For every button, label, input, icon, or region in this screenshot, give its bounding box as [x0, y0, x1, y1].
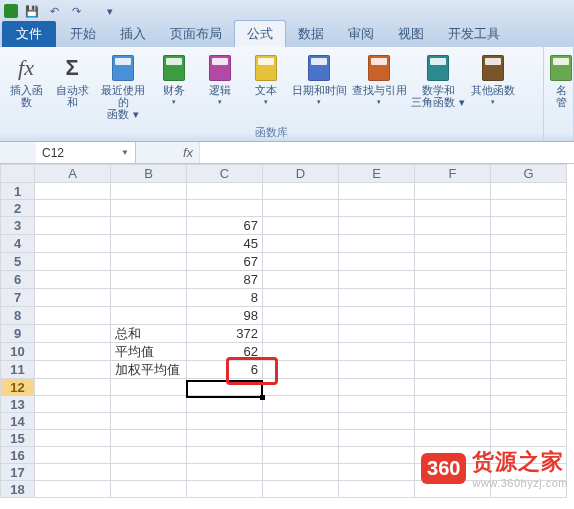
cell-C14[interactable]: [187, 413, 263, 430]
cell-A12[interactable]: [35, 379, 111, 396]
qat-customize-icon[interactable]: ▾: [102, 3, 118, 19]
cell-C15[interactable]: [187, 430, 263, 447]
cell-B10[interactable]: 平均值: [111, 343, 187, 361]
cell-B9[interactable]: 总和: [111, 325, 187, 343]
row-header-2[interactable]: 2: [1, 200, 35, 217]
cell-A2[interactable]: [35, 200, 111, 217]
cell-G7[interactable]: [491, 289, 567, 307]
cell-G2[interactable]: [491, 200, 567, 217]
name-box-dropdown-icon[interactable]: ▼: [121, 148, 129, 157]
cell-E16[interactable]: [339, 447, 415, 464]
name-manager-button[interactable]: 名 管: [548, 51, 574, 111]
cell-F5[interactable]: [415, 253, 491, 271]
cell-C13[interactable]: [187, 396, 263, 413]
cell-E6[interactable]: [339, 271, 415, 289]
cell-A13[interactable]: [35, 396, 111, 413]
cell-G9[interactable]: [491, 325, 567, 343]
cell-D14[interactable]: [263, 413, 339, 430]
cell-D4[interactable]: [263, 235, 339, 253]
cell-A8[interactable]: [35, 307, 111, 325]
cell-A3[interactable]: [35, 217, 111, 235]
save-icon[interactable]: 💾: [24, 3, 40, 19]
tab-formulas[interactable]: 公式: [234, 20, 286, 47]
cell-D15[interactable]: [263, 430, 339, 447]
row-header-10[interactable]: 10: [1, 343, 35, 361]
cell-C17[interactable]: [187, 464, 263, 481]
cell-B12[interactable]: [111, 379, 187, 396]
tab-data[interactable]: 数据: [286, 21, 336, 47]
cell-E17[interactable]: [339, 464, 415, 481]
lookup-button[interactable]: 查找与引用 ▾: [350, 51, 408, 109]
cell-F16[interactable]: [415, 447, 491, 464]
cell-A15[interactable]: [35, 430, 111, 447]
row-header-15[interactable]: 15: [1, 430, 35, 447]
cell-G17[interactable]: [491, 464, 567, 481]
cell-B7[interactable]: [111, 289, 187, 307]
row-header-1[interactable]: 1: [1, 183, 35, 200]
cell-B16[interactable]: [111, 447, 187, 464]
cell-A10[interactable]: [35, 343, 111, 361]
cell-F1[interactable]: [415, 183, 491, 200]
row-header-17[interactable]: 17: [1, 464, 35, 481]
cell-C5[interactable]: 67: [187, 253, 263, 271]
tab-insert[interactable]: 插入: [108, 21, 158, 47]
cell-D2[interactable]: [263, 200, 339, 217]
cell-B2[interactable]: [111, 200, 187, 217]
cell-C16[interactable]: [187, 447, 263, 464]
row-header-11[interactable]: 11: [1, 361, 35, 379]
math-button[interactable]: 数学和 三角函数 ▾: [410, 51, 466, 111]
col-header-B[interactable]: B: [111, 165, 187, 183]
cell-B18[interactable]: [111, 481, 187, 498]
cell-G8[interactable]: [491, 307, 567, 325]
row-header-14[interactable]: 14: [1, 413, 35, 430]
cell-E11[interactable]: [339, 361, 415, 379]
recent-functions-button[interactable]: 最近使用的 函数 ▾: [96, 51, 150, 123]
cell-D12[interactable]: [263, 379, 339, 396]
cell-G6[interactable]: [491, 271, 567, 289]
col-header-D[interactable]: D: [263, 165, 339, 183]
cell-B11[interactable]: 加权平均值: [111, 361, 187, 379]
cell-E18[interactable]: [339, 481, 415, 498]
cell-G12[interactable]: [491, 379, 567, 396]
row-header-13[interactable]: 13: [1, 396, 35, 413]
datetime-button[interactable]: 日期和时间 ▾: [290, 51, 348, 109]
col-header-G[interactable]: G: [491, 165, 567, 183]
row-header-16[interactable]: 16: [1, 447, 35, 464]
cell-E12[interactable]: [339, 379, 415, 396]
cell-B1[interactable]: [111, 183, 187, 200]
cell-D13[interactable]: [263, 396, 339, 413]
cell-D11[interactable]: [263, 361, 339, 379]
cell-C3[interactable]: 67: [187, 217, 263, 235]
cell-F18[interactable]: [415, 481, 491, 498]
cell-G16[interactable]: [491, 447, 567, 464]
row-header-18[interactable]: 18: [1, 481, 35, 498]
more-functions-button[interactable]: 其他函数 ▾: [468, 51, 518, 109]
col-header-C[interactable]: C: [187, 165, 263, 183]
row-header-12[interactable]: 12: [1, 379, 35, 396]
cell-F8[interactable]: [415, 307, 491, 325]
cell-C7[interactable]: 8: [187, 289, 263, 307]
row-header-7[interactable]: 7: [1, 289, 35, 307]
tab-home[interactable]: 开始: [58, 21, 108, 47]
col-header-A[interactable]: A: [35, 165, 111, 183]
cell-E14[interactable]: [339, 413, 415, 430]
cell-A17[interactable]: [35, 464, 111, 481]
cell-G5[interactable]: [491, 253, 567, 271]
cell-G18[interactable]: [491, 481, 567, 498]
tab-developer[interactable]: 开发工具: [436, 21, 512, 47]
cell-C10[interactable]: 62: [187, 343, 263, 361]
formula-input[interactable]: [200, 142, 574, 163]
cell-A4[interactable]: [35, 235, 111, 253]
cell-D3[interactable]: [263, 217, 339, 235]
cell-D6[interactable]: [263, 271, 339, 289]
cell-D8[interactable]: [263, 307, 339, 325]
cell-B17[interactable]: [111, 464, 187, 481]
undo-icon[interactable]: ↶: [46, 3, 62, 19]
cell-B8[interactable]: [111, 307, 187, 325]
row-header-6[interactable]: 6: [1, 271, 35, 289]
cell-C8[interactable]: 98: [187, 307, 263, 325]
cell-G13[interactable]: [491, 396, 567, 413]
cell-B4[interactable]: [111, 235, 187, 253]
cell-E15[interactable]: [339, 430, 415, 447]
cell-A16[interactable]: [35, 447, 111, 464]
